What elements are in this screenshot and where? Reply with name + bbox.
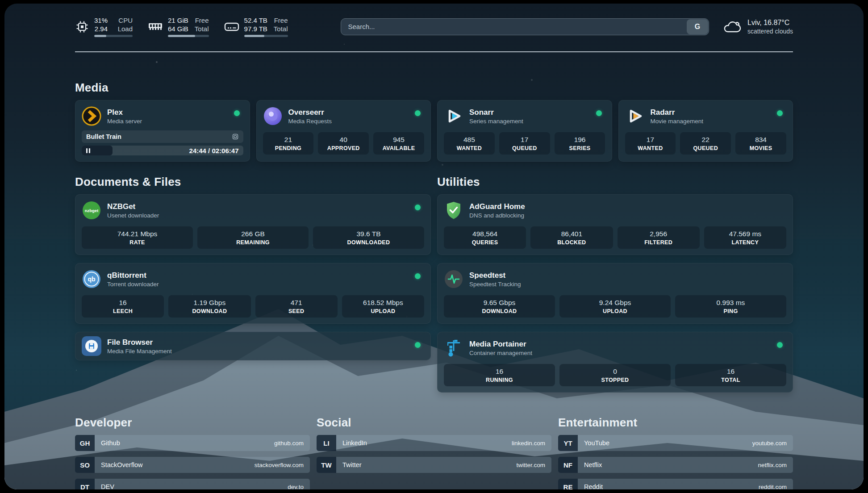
service-subtitle: Usenet downloader (107, 212, 159, 219)
entertainment-section-heading: Entertainment (558, 416, 793, 430)
disk-free-value: 52.4 TB (244, 16, 267, 25)
session-view-icon[interactable] (232, 133, 239, 140)
plex-icon (82, 106, 101, 126)
speedtest-icon (444, 269, 463, 289)
bookmark-group-developer: Developer GH Github github.com SO StackO… (75, 416, 310, 489)
radarr-icon (625, 106, 645, 126)
bookmark-github[interactable]: GH Github github.com (75, 435, 310, 451)
stat-filtered: 2,956 FILTERED (618, 226, 700, 249)
service-card-filebrowser[interactable]: File Browser Media File Management (75, 332, 431, 360)
stat-blocked: 86,401 BLOCKED (530, 226, 613, 249)
stat-upload: 9.24 Gbps UPLOAD (559, 295, 671, 318)
service-card-radarr[interactable]: Radarr Movie management 17 WANTED 22 QUE… (618, 100, 793, 162)
bookmark-group-entertainment: Entertainment YT YouTube youtube.com NF … (558, 416, 793, 489)
stat-upload: 618.52 Mbps UPLOAD (342, 295, 424, 318)
cpu-icon (75, 20, 89, 34)
status-dot (234, 110, 240, 116)
dashboard-screen: 31% 2.94 CPU Load (4, 4, 864, 489)
stat-wanted: 485 WANTED (444, 132, 495, 155)
stat-remaining: 266 GB REMAINING (197, 226, 309, 249)
stat-rate: 744.21 Mbps RATE (82, 226, 193, 249)
search-bar[interactable]: G (341, 18, 709, 35)
service-card-adguard[interactable]: AdGuard Home DNS and adblocking 498,564 … (437, 194, 793, 255)
service-subtitle: Speedtest Tracking (469, 281, 521, 288)
top-bar: 31% 2.94 CPU Load (75, 16, 793, 37)
utilities-column: Utilities (437, 162, 793, 393)
header-divider (75, 51, 793, 52)
status-dot (596, 110, 602, 116)
service-title: qBittorrent (107, 271, 159, 280)
service-subtitle: DNS and adblocking (469, 212, 525, 219)
portainer-icon (444, 338, 463, 358)
service-title: Sonarr (469, 108, 523, 117)
stat-pending: 21 PENDING (263, 132, 314, 155)
weather-location-temp: Lviv, 16.87°C (747, 18, 793, 27)
status-dot (415, 342, 421, 348)
disk-widget: 52.4 TB 97.9 TB Free Total (224, 16, 288, 37)
status-dot (777, 110, 783, 116)
stat-seed: 471 SEED (255, 295, 338, 318)
service-card-plex[interactable]: Plex Media server Bullet Train (75, 100, 250, 162)
cpu-label: CPU (118, 16, 133, 25)
stat-series: 196 SERIES (555, 132, 605, 155)
bookmark-linkedin[interactable]: LI LinkedIn linkedin.com (317, 435, 551, 451)
stat-stopped: 0 STOPPED (559, 364, 671, 386)
bookmark-netflix[interactable]: NF Netflix netflix.com (558, 457, 793, 473)
cpu-load-label: Load (118, 25, 133, 33)
service-card-portainer[interactable]: Media Portainer Container management 16 … (437, 332, 793, 393)
stat-ping: 0.993 ms PING (675, 295, 786, 318)
service-title: Media Portainer (469, 340, 532, 349)
stat-download: 9.65 Gbps DOWNLOAD (444, 295, 555, 318)
svg-text:qb: qb (88, 276, 95, 283)
system-widgets: 31% 2.94 CPU Load (75, 16, 288, 37)
documents-column: Documents & Files nzbget (75, 162, 431, 360)
bookmark-dev[interactable]: DT DEV dev.to (75, 479, 310, 489)
service-subtitle: Media File Management (107, 348, 172, 355)
service-card-nzbget[interactable]: nzbget NZBGet Usenet downloader 744. (75, 194, 431, 255)
service-title: Overseerr (288, 108, 332, 117)
service-subtitle: Movie management (651, 118, 704, 125)
memory-widget: 21 GiB 64 GiB Free Total (148, 16, 209, 37)
stat-queued: 22 QUEUED (680, 132, 731, 155)
service-card-speedtest[interactable]: Speedtest Speedtest Tracking 9.65 Gbps D… (437, 263, 793, 324)
cpu-load-value: 2.94 (94, 25, 108, 33)
service-subtitle: Media server (107, 118, 142, 125)
service-title: NZBGet (107, 202, 159, 211)
utilities-section-heading: Utilities (437, 175, 793, 189)
search-provider-button[interactable]: G (687, 19, 708, 34)
disk-progress-track (244, 35, 288, 37)
disk-progress-fill (244, 35, 264, 37)
stat-wanted: 17 WANTED (625, 132, 676, 155)
service-subtitle: Container management (469, 350, 532, 356)
memory-progress-fill (168, 35, 195, 37)
service-card-qbittorrent[interactable]: qb qBittorrent Torrent downloader 16 (75, 263, 431, 324)
service-title: Radarr (651, 108, 704, 117)
snow-specks (4, 4, 5, 4)
stat-approved: 40 APPROVED (318, 132, 369, 155)
bookmark-youtube[interactable]: YT YouTube youtube.com (558, 435, 793, 451)
disk-free-label: Free (274, 16, 288, 25)
service-card-overseerr[interactable]: Overseerr Media Requests 21 PENDING 40 A… (256, 100, 431, 162)
memory-total-value: 64 GiB (168, 25, 188, 33)
bookmark-reddit[interactable]: RE Reddit reddit.com (558, 479, 793, 489)
search-input[interactable] (341, 19, 687, 35)
qbittorrent-icon: qb (82, 269, 101, 289)
media-section-heading: Media (75, 81, 793, 95)
stat-queries: 498,564 QUERIES (444, 226, 526, 249)
status-dot (415, 205, 421, 210)
memory-free-value: 21 GiB (168, 16, 188, 25)
svg-text:nzbget: nzbget (85, 208, 99, 213)
bookmark-twitter[interactable]: TW Twitter twitter.com (317, 457, 551, 473)
disk-total-value: 97.9 TB (244, 25, 267, 33)
bookmark-stackoverflow[interactable]: SO StackOverflow stackoverflow.com (75, 457, 310, 473)
service-card-sonarr[interactable]: Sonarr Series management 485 WANTED 17 Q… (437, 100, 612, 162)
cloud-icon (722, 19, 742, 35)
service-subtitle: Media Requests (288, 118, 332, 125)
memory-progress-track (168, 35, 209, 37)
status-dot (415, 110, 421, 116)
stat-total: 16 TOTAL (675, 364, 786, 386)
cpu-progress-track (94, 35, 133, 37)
cpu-progress-fill (94, 35, 106, 37)
weather-condition: scattered clouds (747, 27, 793, 35)
disk-icon (224, 21, 239, 33)
